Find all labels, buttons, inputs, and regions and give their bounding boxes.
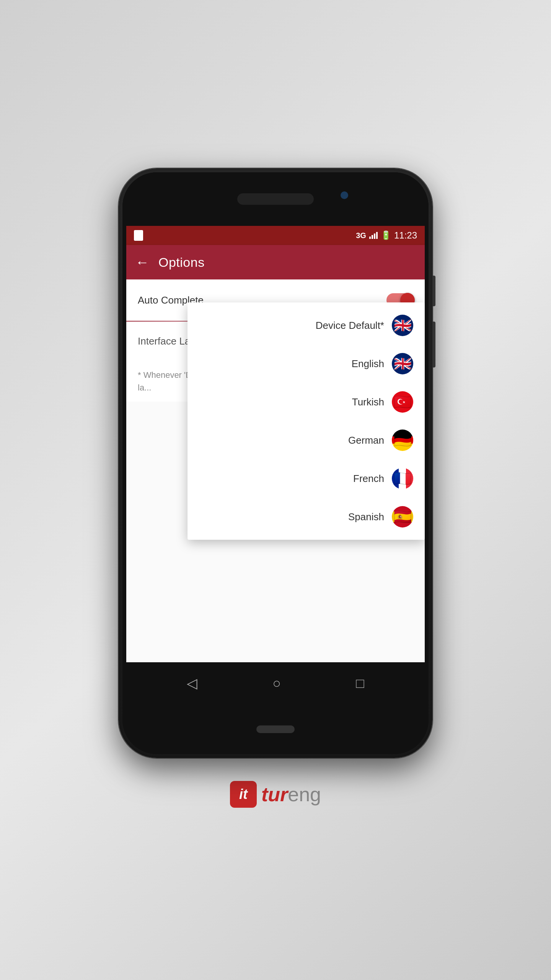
back-button[interactable]: ← (135, 254, 149, 270)
flag-france-icon: 🇫🇷 (392, 468, 413, 489)
dropdown-item-french[interactable]: French 🇫🇷 (187, 459, 425, 498)
dropdown-item-turkish[interactable]: Turkish 🇹🇷 (187, 383, 425, 421)
dropdown-item-spanish[interactable]: Spanish 🇪🇸 (187, 498, 425, 536)
flag-spain-icon: 🇪🇸 (392, 506, 413, 528)
notification-icon (134, 230, 143, 241)
dropdown-item-english[interactable]: English 🇬🇧 (187, 345, 425, 383)
phone-screen-wrapper: 3G 🔋 11:23 ← Options (122, 172, 429, 754)
flag-english-icon: 🇬🇧 (392, 353, 413, 374)
top-bezel (122, 172, 429, 226)
network-label: 3G (356, 231, 366, 240)
flag-turkey-icon: 🇹🇷 (392, 391, 413, 413)
tureng-logo-text: tur eng (261, 783, 321, 806)
top-app-bar: ← Options (126, 245, 425, 279)
status-time: 11:23 (394, 230, 417, 241)
navigation-bar: ◁ ○ □ (126, 662, 425, 704)
tureng-logo-icon: it (230, 781, 257, 808)
language-dropdown[interactable]: Device Default* 🇬🇧 English 🇬🇧 (187, 302, 425, 540)
signal-bars-icon (369, 232, 378, 239)
status-bar: 3G 🔋 11:23 (126, 226, 425, 245)
english-label: English (352, 358, 384, 370)
nav-home-button[interactable]: ○ (272, 675, 281, 691)
screen: 3G 🔋 11:23 ← Options (126, 226, 425, 704)
content-area: Auto Complete Interface Language (126, 279, 425, 662)
speaker-grille (237, 193, 314, 205)
french-label: French (353, 473, 384, 485)
battery-icon: 🔋 (381, 230, 391, 240)
front-camera-icon (341, 191, 348, 199)
flag-uk-icon: 🇬🇧 (392, 315, 413, 336)
nav-recents-button[interactable]: □ (356, 675, 364, 691)
phone-body: 3G 🔋 11:23 ← Options (119, 168, 432, 758)
bottom-bezel (122, 704, 429, 754)
page-title: Options (158, 255, 205, 270)
bottom-button (256, 725, 295, 733)
dropdown-item-device-default[interactable]: Device Default* 🇬🇧 (187, 306, 425, 345)
flag-germany-icon: 🇩🇪 (392, 430, 413, 451)
dropdown-item-german[interactable]: German 🇩🇪 (187, 421, 425, 459)
nav-back-button[interactable]: ◁ (187, 675, 197, 691)
device-default-label: Device Default* (316, 320, 384, 332)
status-icons: 3G 🔋 11:23 (356, 230, 417, 241)
logo-area: it tur eng (230, 781, 321, 808)
phone-wrapper: 3G 🔋 11:23 ← Options (119, 168, 432, 812)
turkish-label: Turkish (352, 396, 384, 408)
german-label: German (348, 434, 384, 446)
spanish-label: Spanish (348, 511, 384, 523)
